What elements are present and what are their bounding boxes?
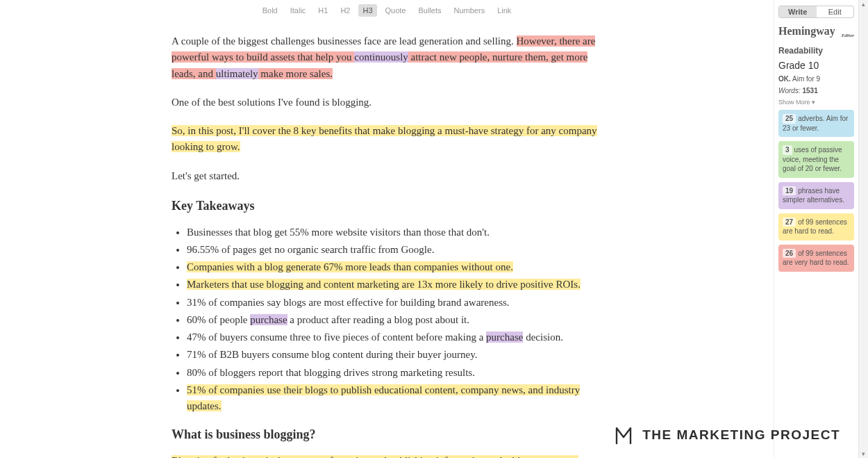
paragraph[interactable]: So, in this post, I'll cover the 8 key b…: [172, 123, 602, 156]
paragraph[interactable]: One of the best solutions I've found is …: [172, 95, 602, 111]
tab-write[interactable]: Write: [779, 6, 817, 17]
text: A couple of the biggest challenges busin…: [172, 35, 517, 47]
text: make more sales.: [258, 68, 333, 79]
stat-very-hard-sentences[interactable]: 26of 99 sentences are very hard to read.: [778, 245, 854, 272]
numbers-button[interactable]: Numbers: [450, 4, 490, 17]
editor-area[interactable]: A couple of the biggest challenges busin…: [0, 19, 774, 458]
h2-button[interactable]: H2: [336, 4, 354, 17]
stat-count: 19: [783, 186, 796, 196]
hard-sentence: Blogging for business is the process of …: [172, 455, 578, 458]
stat-count: 25: [783, 114, 796, 124]
list-item[interactable]: 60% of people purchase a product after r…: [187, 312, 602, 328]
editor-column: Bold Italic H1 H2 H3 Quote Bullets Numbe…: [0, 0, 774, 458]
bold-button[interactable]: Bold: [258, 4, 282, 17]
document-content[interactable]: A couple of the biggest challenges busin…: [165, 19, 609, 458]
readability-heading: Readability: [778, 46, 854, 56]
app-logo: Hemingway Editor: [778, 25, 854, 38]
logo-text: Hemingway: [778, 25, 835, 37]
list-item[interactable]: Companies with a blog generate 67% more …: [187, 259, 602, 275]
complex-phrase: ultimately: [216, 68, 258, 79]
paragraph[interactable]: Let's get started.: [172, 168, 602, 184]
tab-edit[interactable]: Edit: [817, 6, 854, 17]
status-aim: Aim for 9: [792, 75, 820, 83]
complex-phrase: purchase: [250, 314, 287, 325]
words-label: Words:: [778, 87, 801, 95]
paragraph[interactable]: Blogging for business is the process of …: [172, 453, 602, 458]
complex-phrase: continuously: [354, 51, 408, 63]
h3-button[interactable]: H3: [358, 4, 376, 17]
text: decision.: [523, 332, 563, 343]
scroll-up-icon[interactable]: ▴: [859, 1, 868, 8]
mode-tabs: Write Edit: [778, 6, 854, 18]
status-ok: OK.: [778, 75, 791, 83]
stat-count: 26: [783, 249, 796, 259]
hard-sentence: 51% of companies use their blogs to publ…: [187, 384, 580, 411]
words-value: 1531: [802, 87, 817, 95]
list-item[interactable]: Businesses that blog get 55% more websit…: [187, 224, 602, 240]
watermark-text: THE MARKETING PROJECT: [642, 427, 840, 443]
stat-count: 27: [783, 218, 796, 227]
stat-passive-voice[interactable]: 3uses of passive voice, meeting the goal…: [778, 141, 854, 178]
list-item[interactable]: 96.55% of pages get no organic search tr…: [187, 242, 602, 258]
word-count: Words: 1531: [778, 87, 854, 95]
list-item[interactable]: Marketers that use blogging and content …: [187, 277, 602, 293]
list-item[interactable]: 71% of B2B buyers consume blog content d…: [187, 347, 602, 363]
scrollbar[interactable]: ▴ ▾: [858, 0, 868, 458]
takeaways-list[interactable]: Businesses that blog get 55% more websit…: [187, 224, 602, 415]
italic-button[interactable]: Italic: [286, 4, 310, 17]
text: 47% of buyers consume three to five piec…: [187, 332, 486, 343]
paragraph[interactable]: A couple of the biggest challenges busin…: [172, 33, 602, 82]
list-item[interactable]: 31% of companies say blogs are most effe…: [187, 295, 602, 311]
text: 60% of people: [187, 314, 250, 325]
readability-status: OK. Aim for 9: [778, 75, 854, 83]
list-item[interactable]: 47% of buyers consume three to five piec…: [187, 329, 602, 345]
list-item[interactable]: 51% of companies use their blogs to publ…: [187, 382, 602, 415]
show-more-toggle[interactable]: Show More ▾: [778, 99, 854, 106]
watermark-logo-icon: [615, 425, 633, 445]
stat-hard-sentences[interactable]: 27of 99 sentences are hard to read.: [778, 213, 854, 240]
h1-button[interactable]: H1: [314, 4, 332, 17]
text: a product after reading a blog post abou…: [287, 314, 469, 325]
bullets-button[interactable]: Bullets: [414, 4, 445, 17]
app-root: Bold Italic H1 H2 H3 Quote Bullets Numbe…: [0, 0, 868, 458]
watermark: THE MARKETING PROJECT: [615, 425, 840, 445]
stat-adverbs[interactable]: 25adverbs. Aim for 23 or fewer.: [778, 110, 854, 137]
logo-subtext: Editor: [842, 33, 854, 38]
list-item[interactable]: 80% of bloggers report that blogging dri…: [187, 365, 602, 381]
heading-what-is[interactable]: What is business blogging?: [172, 425, 602, 445]
hard-sentence: Companies with a blog generate 67% more …: [187, 261, 513, 272]
hard-sentence: So, in this post, I'll cover the 8 key b…: [172, 125, 597, 152]
format-toolbar: Bold Italic H1 H2 H3 Quote Bullets Numbe…: [0, 0, 774, 19]
hard-sentence: Marketers that use blogging and content …: [187, 279, 581, 290]
scroll-down-icon[interactable]: ▾: [859, 450, 868, 457]
stat-count: 3: [783, 145, 792, 155]
quote-button[interactable]: Quote: [381, 4, 410, 17]
sidebar: Write Edit Hemingway Editor Readability …: [774, 0, 858, 458]
link-button[interactable]: Link: [493, 4, 515, 17]
stat-simpler-alt[interactable]: 19phrases have simpler alternatives.: [778, 182, 854, 209]
readability-grade: Grade 10: [778, 60, 854, 71]
complex-phrase: purchase: [486, 332, 523, 343]
heading-key-takeaways[interactable]: Key Takeaways: [172, 197, 602, 216]
